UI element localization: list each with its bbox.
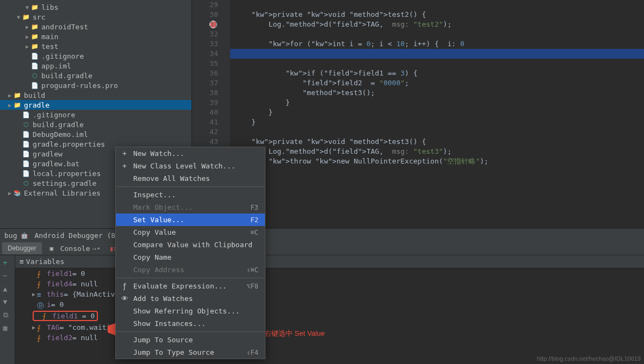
tree-item[interactable]: 📄.gitignore: [0, 110, 191, 120]
file-icon: 📄: [22, 140, 30, 148]
menu-item[interactable]: +New Class Level Watch...: [116, 160, 265, 172]
variable-row[interactable]: ⨍field1 = 0: [15, 310, 644, 322]
folder-icon: 📁: [13, 101, 22, 109]
var-icon: ⨍: [37, 270, 45, 278]
menu-item[interactable]: Show Referring Objects...: [116, 305, 265, 317]
debug-tabs[interactable]: Debugger ▣ Console →• ▮≡: [0, 242, 644, 255]
gradle-icon: ⬡: [22, 179, 30, 187]
menu-item[interactable]: 👁Add to Watches: [116, 292, 265, 305]
var-icon: ⨍: [37, 324, 45, 331]
menu-item[interactable]: +New Watch...: [116, 147, 265, 160]
file-icon: 📄: [30, 52, 39, 60]
menu-item: Copy Address⇧⌘C: [116, 263, 265, 276]
folder-icon: 📁: [22, 12, 30, 21]
variable-row[interactable]: ⨍field1 = 0: [15, 268, 644, 279]
up-icon[interactable]: ▲: [3, 285, 12, 293]
tree-item[interactable]: 📄DebugDemo.iml: [0, 129, 191, 139]
var-icon: ⨍: [37, 280, 45, 288]
menu-icon: +: [120, 162, 129, 170]
file-icon: 📄: [22, 169, 30, 178]
watermark: http://blog.csdn.net/hechao@IDL10619: [537, 355, 641, 362]
file-icon: 📄: [22, 130, 30, 139]
variable-row[interactable]: ⨍field2 = null: [15, 332, 644, 343]
console-icon: ▣: [47, 244, 56, 253]
folder-icon: 📁: [30, 32, 39, 41]
menu-item[interactable]: Jump To Type Source⇧F4: [116, 346, 265, 359]
tree-item[interactable]: ▼📁libs: [0, 2, 191, 12]
menu-item[interactable]: Jump To Source: [116, 334, 265, 346]
tab-console[interactable]: ▣ Console →•: [42, 242, 106, 255]
android-icon: 🤖: [20, 231, 29, 240]
folder-icon: 📁: [30, 3, 39, 11]
folder-icon: 📁: [30, 22, 39, 31]
file-icon: 📄: [22, 110, 30, 119]
menu-item[interactable]: Show Instances...: [116, 317, 265, 330]
tree-item[interactable]: ▶📁test: [0, 41, 191, 51]
folder-icon: 📁: [13, 91, 22, 99]
file-icon: 📄: [30, 81, 39, 90]
file-icon: 📄: [22, 149, 30, 158]
gradle-icon: ⬡: [30, 71, 39, 80]
menu-item[interactable]: Inspect...: [116, 189, 265, 201]
var-icon: ⨍: [37, 334, 45, 342]
down-icon[interactable]: ▼: [3, 298, 12, 306]
var-icon: ≡: [37, 291, 45, 298]
folder-icon: 📁: [30, 42, 39, 51]
var-icon: ⓟ: [37, 301, 45, 309]
menu-item[interactable]: Set Value...F2: [116, 214, 265, 226]
tree-item[interactable]: ▼📁src: [0, 12, 191, 22]
variable-row[interactable]: ⓟi = 0: [15, 299, 644, 310]
lib-icon: 📚: [13, 189, 22, 197]
menu-item[interactable]: Compare Value with Clipboard: [116, 239, 265, 251]
add-watch-icon[interactable]: +: [3, 259, 12, 267]
tree-item[interactable]: ⬡build.gradle: [0, 71, 191, 80]
tree-item[interactable]: 📄proguard-rules.pro: [0, 80, 191, 90]
variable-row[interactable]: ⨍field4 = null: [15, 279, 644, 289]
var-icon: ⨍: [42, 312, 50, 319]
tree-item[interactable]: 📄.gitignore: [0, 51, 191, 61]
vars-toolbar[interactable]: + − ▲ ▼ ⧉ ▦: [0, 255, 15, 364]
tree-item[interactable]: 📄app.iml: [0, 61, 191, 71]
tree-item[interactable]: ▶📁gradle: [0, 100, 191, 110]
menu-item[interactable]: Copy Value⌘C: [116, 226, 265, 239]
remove-watch-icon[interactable]: −: [3, 272, 12, 280]
gradle-icon: ⬡: [22, 120, 30, 129]
menu-item[interactable]: ƒEvaluate Expression...⌥F8: [116, 280, 265, 292]
tree-item[interactable]: ▶📁main: [0, 32, 191, 41]
layout-icon[interactable]: ▦: [3, 324, 12, 332]
variables-header: ≡ Variables: [15, 255, 644, 268]
menu-item: Mark Object...F3: [116, 201, 265, 214]
copy-icon[interactable]: ⧉: [3, 311, 12, 319]
tree-item[interactable]: ▶📁androidTest: [0, 22, 191, 32]
tab-debugger[interactable]: Debugger: [2, 242, 42, 254]
menu-item[interactable]: Copy Name: [116, 251, 265, 263]
variable-row[interactable]: ▶≡this = {MainActivit: [15, 289, 644, 299]
file-icon: 📄: [30, 61, 39, 70]
variable-row[interactable]: ▶⨍TAG = "com.waitin: [15, 322, 644, 332]
menu-icon: 👁: [120, 294, 129, 303]
menu-icon: ƒ: [120, 282, 129, 290]
tree-item[interactable]: ▶📁build: [0, 90, 191, 100]
tree-item[interactable]: ⬡build.gradle: [0, 120, 191, 129]
context-menu[interactable]: +New Watch... +New Class Level Watch...R…: [115, 147, 265, 359]
debug-session-header: bug 🤖 Android Debugger (8608): [0, 228, 644, 242]
file-icon: 📄: [22, 159, 30, 168]
menu-item[interactable]: Remove All Watches: [116, 172, 265, 185]
menu-icon: +: [120, 149, 129, 158]
vars-tab-icon: ≡: [20, 258, 24, 266]
